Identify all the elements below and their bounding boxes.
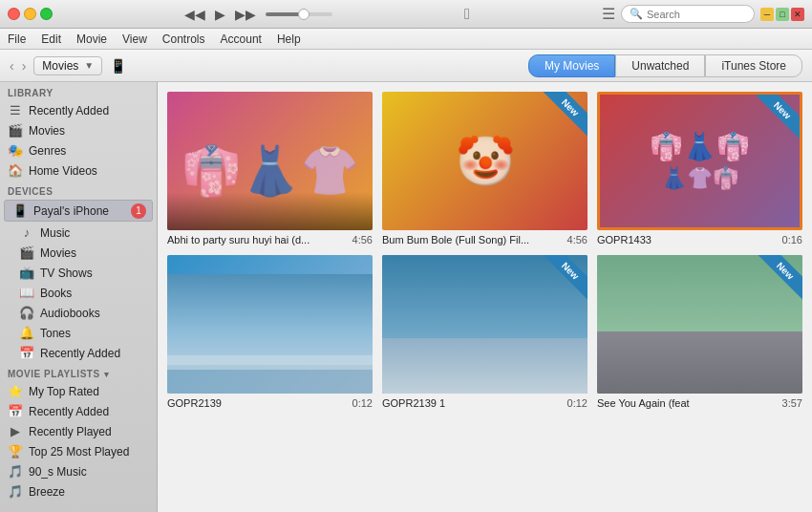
volume-slider[interactable] (266, 12, 332, 16)
menu-view[interactable]: View (122, 32, 147, 46)
search-input[interactable] (647, 9, 746, 20)
device-badge: 1 (131, 203, 146, 219)
movie-card-1[interactable]: 👘👗👚 Abhi to party suru huyi hai (d... 4:… (167, 92, 373, 245)
tab-my-movies[interactable]: My Movies (528, 54, 615, 77)
sidebar-item-recently-added-device[interactable]: 📅 Recently Added (11, 343, 157, 363)
book-icon: 📖 (19, 286, 34, 300)
sidebar-label: Music (40, 226, 70, 240)
maximize-btn[interactable] (40, 8, 53, 20)
movie-card-5[interactable]: New GOPR2139 1 0:12 (382, 255, 588, 409)
sidebar-label: Audiobooks (40, 307, 100, 320)
movie-thumb-6: New (597, 255, 802, 394)
new-badge-2: New (530, 92, 588, 149)
sidebar-item-home-videos[interactable]: 🏠 Home Videos (0, 160, 157, 181)
sidebar-item-90s-music[interactable]: 🎵 90_s Music (0, 461, 157, 481)
tab-unwatched[interactable]: Unwatched (615, 54, 705, 77)
movie-card-4[interactable]: GOPR2139 0:12 (167, 255, 373, 409)
movie-title-2: Bum Bum Bole (Full Song) Fil... (382, 234, 567, 245)
minimize-btn[interactable] (24, 8, 36, 20)
iphone-icon: 📱 (12, 203, 28, 218)
movie-thumb-5: New (382, 255, 588, 394)
menu-help[interactable]: Help (277, 32, 301, 46)
breeze-icon: 🎵 (8, 484, 23, 499)
sidebar-item-device[interactable]: 📱 Payal's iPhone 1 (4, 200, 153, 222)
sidebar-label: Recently Played (29, 425, 112, 438)
sidebar-label: Breeze (29, 485, 65, 499)
expand-icon[interactable]: ▾ (104, 370, 110, 379)
sidebar-item-tv-shows[interactable]: 📺 TV Shows (11, 263, 157, 283)
device-children: ♪ Music 🎬 Movies 📺 TV Shows 📖 Books 🎧 Au… (0, 223, 157, 363)
forward-btn[interactable]: ▶▶ (235, 7, 256, 22)
play-btn[interactable]: ▶ (215, 7, 225, 22)
search-box[interactable]: 🔍 (621, 5, 755, 23)
movie-card-2[interactable]: 🤡 New Bum Bum Bole (Full Song) Fil... 4:… (382, 92, 588, 245)
sidebar-item-movies-device[interactable]: 🎬 Movies (11, 243, 157, 263)
nav-forward-btn[interactable]: › (22, 58, 27, 74)
recently-added-icon: 📅 (19, 346, 34, 360)
movie-duration-2: 4:56 (567, 234, 588, 245)
view-list-btn[interactable]: ☰ (602, 5, 615, 23)
close-btn[interactable] (8, 8, 20, 20)
win-close-btn[interactable]: ✕ (791, 8, 804, 21)
calendar-icon: ☰ (8, 103, 23, 117)
trophy-icon: 🏆 (8, 444, 23, 459)
audiobook-icon: 🎧 (19, 306, 34, 320)
genre-icon: 🎭 (8, 143, 23, 158)
library-header: Library (0, 82, 157, 100)
movie-info-3: GOPR1433 0:16 (597, 234, 802, 245)
movie-title-4: GOPR2139 (167, 397, 353, 409)
movie-duration-6: 3:57 (782, 397, 802, 409)
view-dropdown[interactable]: Movies ▼ (33, 56, 102, 75)
volume-thumb[interactable] (298, 9, 310, 20)
movie-card-6[interactable]: New See You Again (feat 3:57 (597, 255, 802, 409)
sidebar-label: Movies (40, 246, 76, 260)
win-minimize-btn[interactable]: ─ (760, 8, 774, 21)
sidebar-item-recently-played[interactable]: ▶ Recently Played (0, 421, 157, 441)
transport-area: ◀◀ ▶ ▶▶ (184, 7, 332, 22)
sidebar-label: TV Shows (40, 267, 93, 280)
nav-back-btn[interactable]: ‹ (10, 58, 14, 74)
sidebar-item-music[interactable]: ♪ Music (11, 223, 157, 243)
sidebar-item-audiobooks[interactable]: 🎧 Audiobooks (11, 303, 157, 323)
main-content: 👘👗👚 Abhi to party suru huyi hai (d... 4:… (158, 82, 812, 512)
sidebar-label: Recently Added (40, 347, 120, 360)
back-btn[interactable]: ◀◀ (184, 7, 205, 22)
menu-controls[interactable]: Controls (162, 32, 205, 46)
menu-edit[interactable]: Edit (41, 32, 61, 46)
star-icon: ⭐ (8, 384, 23, 398)
movie-card-3[interactable]: 👘👗👘 👗👚👘 New GOPR1433 0:16 (597, 92, 802, 245)
menu-movie[interactable]: Movie (76, 32, 107, 46)
playlists-title: Movie Playlists (8, 369, 100, 379)
menu-file[interactable]: File (8, 32, 26, 46)
sidebar: Library ☰ Recently Added 🎬 Movies 🎭 Genr… (0, 82, 158, 512)
sidebar-label: Home Videos (29, 164, 97, 178)
movie-thumb-2: 🤡 New (382, 92, 588, 230)
sidebar-label: Movies (29, 124, 65, 138)
sidebar-label: Recently Added (29, 104, 109, 117)
movie-device-icon: 🎬 (19, 245, 34, 260)
win-restore-btn[interactable]: □ (776, 8, 789, 21)
movie-thumb-3: 👘👗👘 👗👚👘 New (597, 92, 802, 230)
new-badge-3: New (742, 95, 800, 152)
sidebar-item-tones[interactable]: 🔔 Tones (11, 323, 157, 343)
sidebar-label: My Top Rated (29, 385, 99, 398)
sidebar-item-recently-added[interactable]: ☰ Recently Added (0, 100, 157, 120)
sidebar-item-genres[interactable]: 🎭 Genres (0, 140, 157, 160)
search-icon: 🔍 (630, 8, 643, 20)
playlist-recently-added-icon: 📅 (8, 404, 23, 418)
movie-icon: 🎬 (8, 123, 23, 138)
sidebar-item-recently-added-pl[interactable]: 📅 Recently Added (0, 401, 157, 421)
sidebar-item-breeze[interactable]: 🎵 Breeze (0, 481, 157, 501)
sidebar-item-books[interactable]: 📖 Books (11, 283, 157, 303)
chevron-down-icon: ▼ (84, 60, 94, 71)
tv-icon: 📺 (19, 266, 34, 280)
main-layout: Library ☰ Recently Added 🎬 Movies 🎭 Genr… (0, 82, 812, 512)
menu-account[interactable]: Account (221, 32, 262, 46)
tones-icon: 🔔 (19, 326, 34, 340)
tab-itunes-store[interactable]: iTunes Store (705, 54, 802, 77)
sidebar-item-top-25[interactable]: 🏆 Top 25 Most Played (0, 441, 157, 461)
sidebar-item-top-rated[interactable]: ⭐ My Top Rated (0, 381, 157, 401)
sidebar-item-movies[interactable]: 🎬 Movies (0, 120, 157, 140)
sidebar-label: Top 25 Most Played (29, 445, 129, 459)
play-icon: ▶ (8, 424, 23, 438)
